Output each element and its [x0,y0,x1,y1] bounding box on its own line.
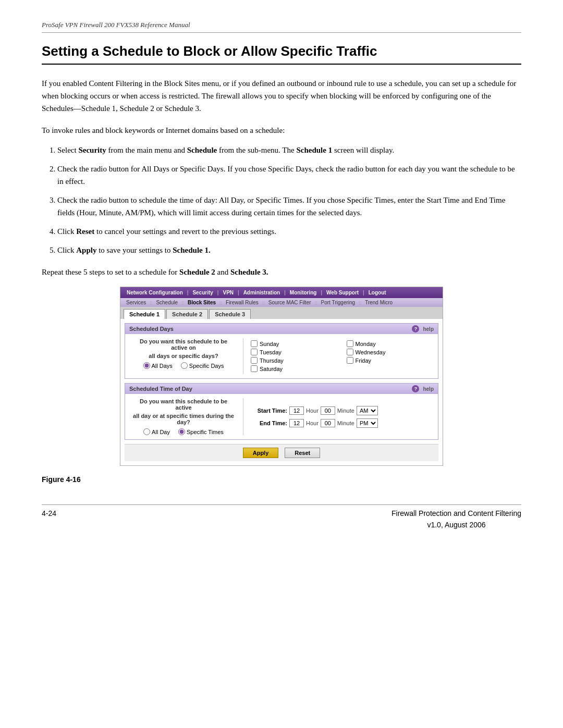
nav-administration[interactable]: Administration [240,289,284,297]
scheduled-time-section: Scheduled Time of Day ? help Do you want… [125,383,438,440]
footer-right-block: Firewall Protection and Content Filterin… [391,509,521,529]
fw-sub-nav: Services :: Schedule :: Block Sites :: F… [120,298,443,307]
page-title: Setting a Schedule to Block or Allow Spe… [42,43,521,65]
tab-schedule1[interactable]: Schedule 1 [124,309,165,319]
nav-security[interactable]: Security [189,289,216,297]
scheduled-days-header: Scheduled Days ? help [125,324,438,334]
scheduled-time-body: Do you want this schedule to be active a… [125,394,438,439]
scheduled-days-help-label: help [423,326,434,332]
step-4: Click Reset to cancel your settings and … [57,225,521,238]
repeat-text: Repeat these 5 steps to set to a schedul… [42,266,521,278]
scheduled-days-help-icon[interactable]: ? [412,325,419,332]
day-friday-label: Friday [356,357,372,364]
subnav-source-mac[interactable]: Source MAC Filter [266,299,314,306]
end-minute-label: Minute [337,420,354,426]
fw-button-bar: Apply Reset [125,444,438,461]
scheduled-time-help-label: help [423,386,434,392]
end-time-row: End Time: Hour Minute AM PM [251,418,432,428]
start-minute-input[interactable] [321,406,335,415]
day-thursday[interactable]: Thursday [251,357,336,364]
start-ampm-select[interactable]: AM PM [357,406,378,415]
end-hour-input[interactable] [289,419,304,427]
scheduled-time-title: Scheduled Time of Day [129,386,192,392]
reset-button[interactable]: Reset [285,448,320,458]
steps-list: Select Security from the main menu and S… [57,144,521,256]
fw-top-nav: Network Configuration | Security | VPN |… [120,287,443,298]
step-1: Select Security from the main menu and S… [57,144,521,156]
nav-monitoring[interactable]: Monitoring [287,289,320,297]
page-footer: 4-24 Firewall Protection and Content Fil… [42,504,521,529]
days-question-line2: all days or specific days? [131,353,236,359]
tab-schedule2[interactable]: Schedule 2 [166,309,208,319]
day-sunday[interactable]: Sunday [251,340,336,347]
nav-vpn[interactable]: VPN [219,289,237,297]
scheduled-time-header: Scheduled Time of Day ? help [125,384,438,394]
tab-schedule3[interactable]: Schedule 3 [209,309,251,319]
fw-main-content: Scheduled Days ? help Do you want this s… [120,319,443,465]
apply-button[interactable]: Apply [243,448,279,458]
start-minute-label: Minute [337,408,354,414]
manual-reference: ProSafe VPN Firewall 200 FVX538 Referenc… [42,21,521,33]
radio-specific-days[interactable]: Specific Days [181,362,224,369]
footer-page-num: 4-24 [42,509,56,517]
days-radio-group: All Days Specific Days [131,362,236,369]
days-checkboxes: Sunday Monday Tuesday Wednesday [251,338,432,374]
scheduled-days-title: Scheduled Days [129,326,174,332]
day-monday-label: Monday [356,341,376,347]
day-saturday-label: Saturday [260,366,283,372]
scheduled-days-section: Scheduled Days ? help Do you want this s… [125,323,438,379]
step-3: Check the radio button to schedule the t… [57,194,521,219]
scheduled-days-left: Do you want this schedule to be active o… [131,338,236,374]
day-wednesday[interactable]: Wednesday [347,349,432,355]
day-thursday-label: Thursday [260,357,284,364]
time-question-line2: all day or at specific times during the … [131,413,236,425]
scheduled-time-help-icon[interactable]: ? [412,385,419,392]
fw-tab-bar: Schedule 1 Schedule 2 Schedule 3 [120,307,443,319]
day-saturday[interactable]: Saturday [251,365,336,372]
day-tuesday[interactable]: Tuesday [251,349,336,355]
time-divider [243,398,243,435]
subnav-schedule[interactable]: Schedule [153,299,180,306]
day-wednesday-label: Wednesday [356,349,386,355]
start-hour-input[interactable] [289,406,304,415]
end-minute-input[interactable] [321,419,335,427]
step-2: Check the radio button for All Days or S… [57,163,521,188]
days-question-line1: Do you want this schedule to be active o… [131,338,236,351]
day-friday[interactable]: Friday [347,357,432,364]
radio-all-days[interactable]: All Days [143,362,173,369]
day-tuesday-label: Tuesday [260,349,282,355]
footer-version: v1.0, August 2006 [427,521,485,529]
subnav-block-sites[interactable]: Block Sites [185,299,218,306]
nav-web-support[interactable]: Web Support [323,289,362,297]
intro-paragraph: If you enabled Content Filtering in the … [42,77,521,115]
time-question-line1: Do you want this schedule to be active [131,398,236,411]
scheduled-days-body: Do you want this schedule to be active o… [125,334,438,378]
subnav-firewall-rules[interactable]: Firewall Rules [223,299,261,306]
nav-network-config[interactable]: Network Configuration [124,289,186,297]
time-inputs: Start Time: Hour Minute AM PM [251,398,432,435]
figure-label: Figure 4-16 [42,475,521,484]
firewall-ui-screenshot: Network Configuration | Security | VPN |… [120,287,443,466]
subnav-services[interactable]: Services [124,299,149,306]
step-5: Click Apply to save your settings to Sch… [57,244,521,256]
end-time-label: End Time: [251,420,287,426]
nav-logout[interactable]: Logout [365,289,389,297]
steps-intro: To invoke rules and block keywords or In… [42,124,521,137]
subnav-trend-micro[interactable]: Trend Micro [362,299,395,306]
day-monday[interactable]: Monday [347,340,432,347]
start-time-label: Start Time: [251,408,287,414]
start-time-row: Start Time: Hour Minute AM PM [251,406,432,415]
days-divider [243,338,243,374]
time-radio-group: All Day Specific Times [131,428,236,435]
subnav-port-triggering[interactable]: Port Triggering [319,299,358,306]
scheduled-time-left: Do you want this schedule to be active a… [131,398,236,435]
start-hour-label: Hour [306,408,319,414]
footer-section-title: Firewall Protection and Content Filterin… [391,509,521,517]
radio-all-day[interactable]: All Day [143,428,170,435]
end-ampm-select[interactable]: AM PM [357,418,378,428]
day-sunday-label: Sunday [260,341,279,347]
radio-specific-times[interactable]: Specific Times [178,428,224,435]
end-hour-label: Hour [306,420,319,426]
